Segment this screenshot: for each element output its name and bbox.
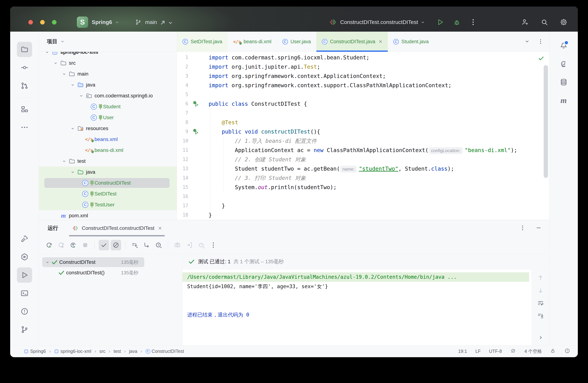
build-icon[interactable] bbox=[17, 231, 32, 246]
code-editor[interactable]: 1import com.codermast.spring6.iocxml.bea… bbox=[177, 52, 549, 220]
tabs-list-chevron-icon[interactable] bbox=[524, 38, 530, 45]
search-icon[interactable] bbox=[540, 18, 548, 26]
problems-icon[interactable] bbox=[17, 304, 32, 319]
show-ignored-button[interactable] bbox=[111, 240, 121, 250]
tree-item-constructditest[interactable]: CConstructDITest bbox=[39, 177, 177, 188]
tree-item-spring6-ioc-xml[interactable]: spring6-ioc-xml bbox=[39, 52, 177, 58]
maven-icon[interactable]: m bbox=[556, 93, 571, 108]
tab-setditest-java[interactable]: CSetDITest.java bbox=[177, 32, 228, 52]
console-output[interactable]: /Users/codermast/Library/Java/JavaVirtua… bbox=[182, 269, 532, 345]
tab-constructditest-java[interactable]: CConstructDITest.java✕ bbox=[316, 32, 388, 52]
code-line-2[interactable]: 2import org.junit.jupiter.api.Test; bbox=[177, 62, 549, 71]
minimize-panel-icon[interactable] bbox=[535, 225, 542, 232]
project-chevron-icon[interactable] bbox=[114, 20, 120, 25]
indent-setting[interactable]: 4 个空格 bbox=[525, 348, 542, 354]
tree-item-beans-di-xml[interactable]: </>beans-di.xml bbox=[39, 145, 177, 156]
scroll-to-end-icon[interactable] bbox=[537, 312, 544, 319]
ai-assistant-icon[interactable] bbox=[556, 56, 571, 72]
run-panel-title[interactable]: 运行 bbox=[48, 220, 58, 236]
zoom-window-button[interactable] bbox=[52, 20, 57, 24]
editor-scrollbar[interactable] bbox=[544, 65, 548, 178]
terminal-icon[interactable] bbox=[17, 286, 32, 301]
pull-requests-icon[interactable] bbox=[17, 78, 32, 93]
code-line-4[interactable]: 4import org.springframework.context.supp… bbox=[177, 81, 549, 90]
breadcrumb-item-java[interactable]: java bbox=[129, 349, 137, 354]
tree-item-java[interactable]: java bbox=[39, 167, 177, 177]
debug-button[interactable] bbox=[453, 18, 461, 26]
code-line-9[interactable]: 9 public void constructDITest(){ bbox=[177, 127, 549, 136]
expand-chevron-icon[interactable] bbox=[61, 158, 68, 165]
commit-icon[interactable] bbox=[17, 60, 32, 75]
tree-item-beans-xml[interactable]: </>beans.xml bbox=[39, 134, 177, 145]
run-panel-more-icon[interactable] bbox=[519, 225, 526, 232]
expand-chevron-icon[interactable] bbox=[69, 81, 76, 88]
code-line-11[interactable]: 11 ApplicationContext ac = new ClassPath… bbox=[177, 146, 549, 155]
expand-chevron-icon[interactable] bbox=[78, 92, 85, 99]
test-node-constructditest-[interactable]: constructDITest()135毫秒 bbox=[39, 267, 182, 278]
show-passed-button[interactable] bbox=[99, 240, 109, 250]
tab-beans-di-xml[interactable]: </>beans-di.xml bbox=[228, 32, 277, 52]
breadcrumb-item-test[interactable]: test bbox=[114, 349, 121, 354]
code-line-17[interactable]: 17 } bbox=[177, 201, 549, 210]
test-node-constructditest[interactable]: ConstructDITest135毫秒 bbox=[39, 257, 182, 267]
code-line-8[interactable]: 8 @Test bbox=[177, 118, 549, 127]
close-run-tab-icon[interactable]: ✕ bbox=[158, 226, 162, 231]
tree-item-user[interactable]: CUser bbox=[39, 112, 177, 123]
run-button[interactable] bbox=[436, 18, 444, 26]
tree-item-java[interactable]: java bbox=[39, 79, 177, 90]
stop-button[interactable] bbox=[80, 240, 90, 250]
tab-user-java[interactable]: CUser.java bbox=[277, 32, 316, 52]
unlock-icon[interactable] bbox=[550, 348, 556, 355]
code-line-5[interactable]: 5 bbox=[177, 90, 549, 99]
export-test-button[interactable] bbox=[184, 240, 195, 250]
code-line-14[interactable]: 14 // 3. 打印 Student 对象 bbox=[177, 173, 549, 183]
tree-item-main[interactable]: main bbox=[39, 68, 177, 79]
expand-chevron-icon[interactable] bbox=[52, 60, 59, 66]
tabs-more-icon[interactable] bbox=[538, 39, 544, 45]
next-occurrence-icon[interactable] bbox=[537, 287, 544, 294]
sort-by-duration-button[interactable] bbox=[129, 240, 140, 250]
breadcrumb-item-spring6-ioc-xml[interactable]: spring6-ioc-xml bbox=[54, 349, 91, 354]
expand-chevron-icon[interactable] bbox=[69, 169, 76, 175]
screenshot-button[interactable] bbox=[172, 240, 183, 250]
run-test-gutter-icon[interactable] bbox=[192, 128, 199, 135]
project-name[interactable]: Spring6 bbox=[92, 19, 112, 25]
git-branch-icon[interactable] bbox=[17, 322, 32, 337]
tree-item-student[interactable]: CStudent bbox=[39, 101, 177, 112]
tree-item-test[interactable]: test bbox=[39, 156, 177, 167]
more-run-options-icon[interactable] bbox=[469, 18, 477, 26]
code-line-12[interactable]: 12 // 2. 创建 Student 对象 bbox=[177, 155, 549, 164]
run-configuration-name[interactable]: ConstructDITest.constructDITest bbox=[340, 19, 418, 25]
tree-item-pom-xml[interactable]: mpom.xml bbox=[39, 210, 177, 220]
project-view-chevron-icon[interactable] bbox=[60, 39, 65, 44]
breadcrumb-item-constructditest[interactable]: CConstructDITest bbox=[146, 349, 184, 354]
code-line-18[interactable]: 18} bbox=[177, 210, 549, 220]
expand-chevron-icon[interactable] bbox=[44, 259, 51, 266]
rerun-auto-button[interactable] bbox=[68, 240, 79, 250]
notifications-icon[interactable] bbox=[556, 38, 571, 53]
code-line-15[interactable]: 15 System.out.println(studentTwo); bbox=[177, 183, 549, 192]
run-tab[interactable]: ConstructDITest.constructDITest ✕ bbox=[70, 220, 164, 236]
gauge-button[interactable] bbox=[196, 240, 207, 250]
expand-chevron-icon[interactable] bbox=[69, 125, 76, 132]
run-config-chevron-icon[interactable] bbox=[420, 20, 425, 25]
caret-position[interactable]: 19:1 bbox=[458, 349, 467, 354]
expand-chevron-icon[interactable] bbox=[44, 52, 50, 56]
vcs-widget[interactable]: main bbox=[135, 19, 173, 25]
rerun-failed-button[interactable] bbox=[56, 240, 66, 250]
breadcrumb-item-src[interactable]: src bbox=[99, 349, 105, 354]
collapse-button[interactable] bbox=[141, 240, 152, 250]
more-button[interactable] bbox=[208, 240, 219, 250]
close-tab-icon[interactable]: ✕ bbox=[378, 39, 382, 44]
close-window-button[interactable] bbox=[28, 20, 33, 24]
project-panel-title[interactable]: 项目 bbox=[47, 38, 57, 45]
structure-icon[interactable] bbox=[17, 102, 32, 117]
breadcrumb-item-spring6[interactable]: Spring6 bbox=[24, 349, 46, 354]
soft-wrap-icon[interactable] bbox=[537, 299, 544, 307]
code-line-6[interactable]: 6public class ConstructDITest { bbox=[177, 99, 549, 108]
tree-item-src[interactable]: src bbox=[39, 58, 177, 68]
highlighting-level-icon[interactable] bbox=[510, 348, 516, 355]
expand-chevron-icon[interactable] bbox=[61, 70, 68, 77]
tree-item-testuser[interactable]: CTestUser bbox=[39, 199, 177, 210]
console-line[interactable]: /Users/codermast/Library/Java/JavaVirtua… bbox=[182, 272, 529, 282]
